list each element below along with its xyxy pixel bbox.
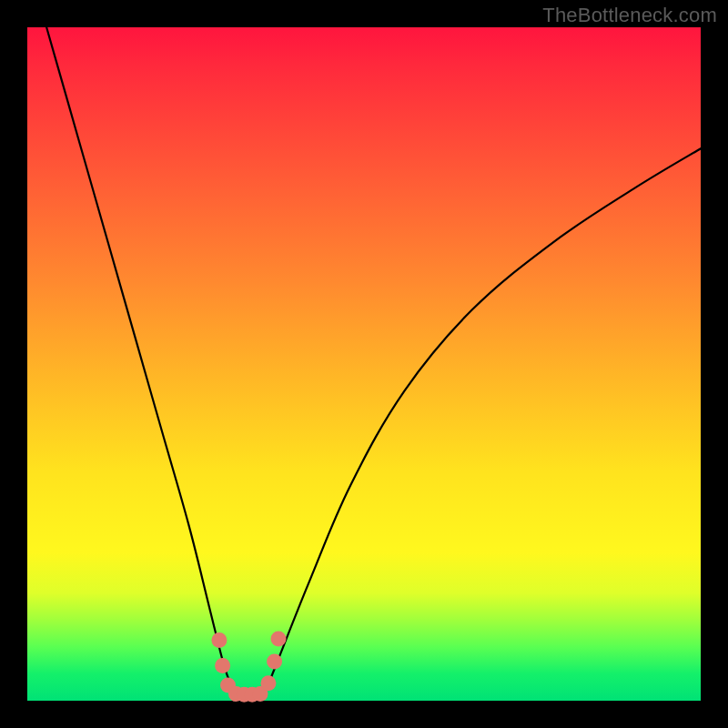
watermark-text: TheBottleneck.com — [542, 4, 717, 27]
curve-marker — [260, 675, 276, 691]
curve-marker — [267, 654, 282, 670]
curve-marker — [271, 631, 287, 646]
plot-area — [27, 27, 701, 701]
bottleneck-curve-path — [27, 0, 701, 695]
curve-marker — [215, 658, 230, 673]
curve-markers-group — [211, 631, 286, 702]
chart-frame: TheBottleneck.com — [0, 0, 728, 728]
curve-marker — [211, 632, 227, 648]
bottleneck-curve-svg — [27, 27, 701, 701]
